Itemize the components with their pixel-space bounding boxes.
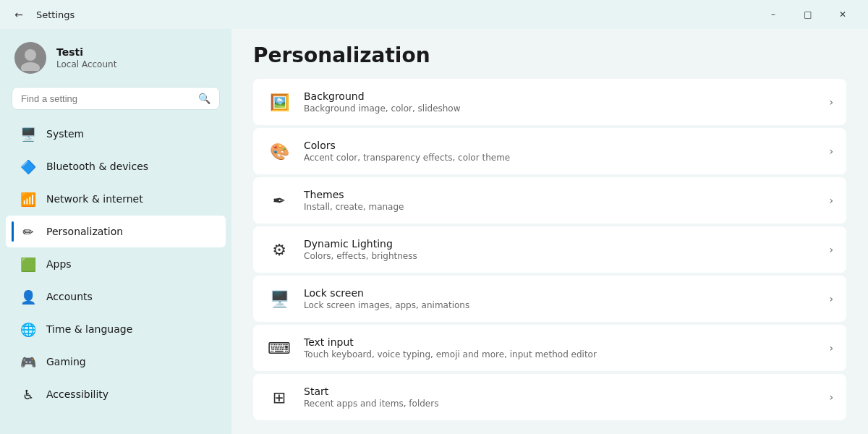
chevron-icon-dynamic-lighting: ›: [829, 244, 833, 255]
app-body: Testi Local Account 🔍 🖥️ System 🔷 Blueto…: [0, 29, 868, 434]
settings-title-start: Start: [304, 386, 829, 397]
sidebar-item-time[interactable]: 🌐 Time & language: [6, 313, 226, 345]
sidebar-item-network[interactable]: 📶 Network & internet: [6, 183, 226, 215]
search-icon: 🔍: [198, 93, 210, 104]
settings-title-dynamic-lighting: Dynamic Lighting: [304, 238, 829, 250]
sidebar-item-bluetooth[interactable]: 🔷 Bluetooth & devices: [6, 150, 226, 182]
titlebar-title: Settings: [36, 9, 75, 20]
settings-icon-text-input: ⌨️: [266, 335, 292, 361]
user-info: Testi Local Account: [56, 46, 116, 69]
settings-item-start[interactable]: ⊞ Start Recent apps and items, folders ›: [253, 374, 846, 420]
nav-icon-apps: 🟩: [20, 256, 36, 272]
main-content: Personalization 🖼️ Background Background…: [231, 29, 868, 434]
settings-text-background: Background Background image, color, slid…: [304, 90, 829, 114]
settings-icon-background: 🖼️: [266, 89, 292, 115]
settings-list: 🖼️ Background Background image, color, s…: [253, 79, 846, 420]
nav-label-accounts: Accounts: [46, 291, 93, 302]
settings-desc-background: Background image, color, slideshow: [304, 103, 829, 114]
chevron-icon-background: ›: [829, 96, 833, 108]
titlebar-left: ← Settings: [9, 4, 75, 25]
nav-label-accessibility: Accessibility: [46, 388, 109, 400]
settings-title-text-input: Text input: [304, 336, 829, 348]
sidebar-item-apps[interactable]: 🟩 Apps: [6, 248, 226, 280]
sidebar: Testi Local Account 🔍 🖥️ System 🔷 Blueto…: [0, 29, 231, 434]
chevron-icon-colors: ›: [829, 145, 833, 157]
nav-list: 🖥️ System 🔷 Bluetooth & devices 📶 Networ…: [0, 117, 231, 411]
nav-icon-time: 🌐: [20, 321, 36, 337]
settings-item-text-input[interactable]: ⌨️ Text input Touch keyboard, voice typi…: [253, 325, 846, 371]
settings-icon-start: ⊞: [266, 384, 292, 410]
settings-item-themes[interactable]: ✒️ Themes Install, create, manage ›: [253, 177, 846, 224]
avatar: [14, 42, 46, 74]
settings-item-dynamic-lighting[interactable]: ⚙️ Dynamic Lighting Colors, effects, bri…: [253, 226, 846, 273]
sidebar-item-accounts[interactable]: 👤 Accounts: [6, 281, 226, 312]
nav-label-personalization: Personalization: [46, 226, 123, 237]
settings-icon-lock-screen: 🖥️: [266, 286, 292, 312]
settings-desc-lock-screen: Lock screen images, apps, animations: [304, 300, 829, 310]
user-subtitle: Local Account: [56, 59, 116, 69]
chevron-icon-text-input: ›: [829, 342, 833, 354]
nav-label-system: System: [46, 128, 84, 140]
settings-text-dynamic-lighting: Dynamic Lighting Colors, effects, bright…: [304, 238, 829, 261]
settings-desc-colors: Accent color, transparency effects, colo…: [304, 153, 829, 163]
maximize-button[interactable]: □: [791, 3, 825, 26]
settings-desc-text-input: Touch keyboard, voice typing, emoji and …: [304, 349, 829, 359]
sidebar-item-personalization[interactable]: ✏️ Personalization: [6, 216, 226, 247]
nav-icon-accounts: 👤: [20, 289, 36, 305]
nav-label-time: Time & language: [46, 323, 132, 335]
nav-icon-bluetooth: 🔷: [20, 158, 36, 174]
settings-desc-start: Recent apps and items, folders: [304, 399, 829, 409]
search-input[interactable]: [21, 93, 192, 104]
settings-icon-themes: ✒️: [266, 187, 292, 213]
settings-title-themes: Themes: [304, 189, 829, 200]
page-title: Personalization: [253, 29, 846, 79]
settings-desc-dynamic-lighting: Colors, effects, brightness: [304, 251, 829, 261]
nav-label-apps: Apps: [46, 258, 72, 270]
settings-text-text-input: Text input Touch keyboard, voice typing,…: [304, 336, 829, 359]
user-profile[interactable]: Testi Local Account: [0, 29, 231, 84]
close-button[interactable]: ✕: [826, 3, 859, 26]
minimize-button[interactable]: –: [757, 3, 790, 26]
nav-icon-network: 📶: [20, 191, 36, 207]
chevron-icon-themes: ›: [829, 195, 833, 206]
nav-label-network: Network & internet: [46, 193, 143, 205]
back-button[interactable]: ←: [9, 4, 29, 25]
nav-icon-accessibility: ♿: [20, 386, 36, 402]
nav-label-bluetooth: Bluetooth & devices: [46, 161, 148, 172]
nav-label-gaming: Gaming: [46, 356, 86, 367]
sidebar-item-gaming[interactable]: 🎮 Gaming: [6, 346, 226, 378]
sidebar-item-system[interactable]: 🖥️ System: [6, 118, 226, 150]
nav-icon-gaming: 🎮: [20, 354, 36, 370]
settings-text-lock-screen: Lock screen Lock screen images, apps, an…: [304, 287, 829, 310]
titlebar: ← Settings – □ ✕: [0, 0, 868, 29]
settings-title-colors: Colors: [304, 140, 829, 151]
settings-item-colors[interactable]: 🎨 Colors Accent color, transparency effe…: [253, 128, 846, 174]
window-controls: – □ ✕: [757, 3, 859, 26]
sidebar-item-accessibility[interactable]: ♿ Accessibility: [6, 378, 226, 410]
settings-icon-dynamic-lighting: ⚙️: [266, 237, 292, 263]
chevron-icon-start: ›: [829, 391, 833, 403]
settings-title-background: Background: [304, 90, 829, 102]
chevron-icon-lock-screen: ›: [829, 293, 833, 305]
settings-item-lock-screen[interactable]: 🖥️ Lock screen Lock screen images, apps,…: [253, 276, 846, 322]
settings-text-start: Start Recent apps and items, folders: [304, 386, 829, 409]
settings-item-background[interactable]: 🖼️ Background Background image, color, s…: [253, 79, 846, 125]
nav-icon-personalization: ✏️: [20, 224, 36, 239]
settings-text-colors: Colors Accent color, transparency effect…: [304, 140, 829, 163]
nav-icon-system: 🖥️: [20, 126, 36, 142]
settings-desc-themes: Install, create, manage: [304, 202, 829, 212]
settings-text-themes: Themes Install, create, manage: [304, 189, 829, 212]
search-box[interactable]: 🔍: [12, 87, 220, 110]
svg-point-0: [25, 49, 36, 61]
user-name: Testi: [56, 46, 116, 58]
settings-icon-colors: 🎨: [266, 138, 292, 164]
settings-title-lock-screen: Lock screen: [304, 287, 829, 299]
svg-point-1: [21, 62, 40, 71]
